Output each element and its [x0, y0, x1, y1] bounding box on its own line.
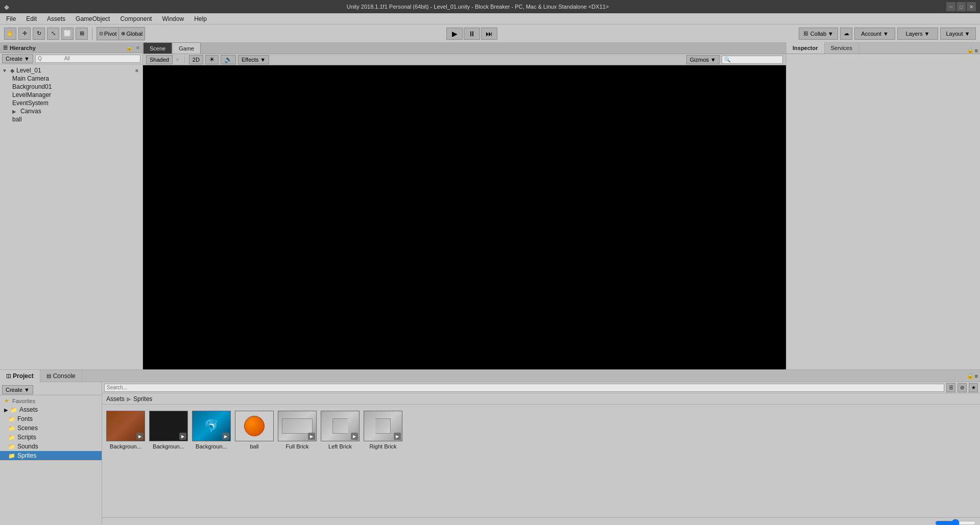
sidebar-item-favorites[interactable]: ★ Favorites	[0, 396, 102, 405]
menu-bar: File Edit Assets GameObject Component Wi…	[0, 13, 980, 24]
title-bar: ◆ Unity 2018.1.1f1 Personal (64bit) - Le…	[0, 0, 980, 13]
tab-console[interactable]: ▤ Console	[40, 370, 82, 382]
sprites-folder-icon: 📁	[8, 453, 15, 459]
sidebar-item-sounds[interactable]: 📁 Sounds	[0, 442, 102, 451]
play-button[interactable]: ▶	[446, 28, 463, 40]
project-sidebar: Create ▼ ★ Favorites ▶ 📁 Assets 📁 Fonts …	[0, 382, 102, 525]
menu-gameobject[interactable]: GameObject	[71, 14, 114, 23]
sidebar-item-sprites[interactable]: 📁 Sprites	[0, 451, 102, 460]
asset-item-ball[interactable]: ball	[235, 409, 274, 452]
inspector-content	[786, 54, 980, 369]
hierarchy-item-main-camera[interactable]: Main Camera	[0, 74, 142, 83]
minimize-button[interactable]: ─	[946, 2, 955, 11]
hierarchy-options-icon[interactable]: ≡	[135, 68, 138, 73]
scale-tool-button[interactable]: ⤡	[47, 28, 59, 40]
menu-component[interactable]: Component	[116, 14, 156, 23]
asset-size-slider[interactable]	[935, 520, 976, 526]
rect-icon: ⬜	[64, 30, 71, 37]
account-button[interactable]: Account ▼	[854, 28, 895, 40]
project-main: ☰ ⊘ ★ Assets ▶ Sprites ▶	[102, 382, 980, 525]
asset-item-background-wood[interactable]: ▶ Backgroun...	[106, 409, 145, 452]
hierarchy-search-input[interactable]	[35, 55, 140, 63]
hierarchy-item-level01[interactable]: ▼ ◆ Level_01 ≡	[0, 66, 142, 74]
hierarchy-item-background01[interactable]: Background01	[0, 83, 142, 91]
scene-2d-button[interactable]: 2D	[189, 55, 203, 64]
asset-item-left-brick[interactable]: ▶ Left Brick	[321, 409, 360, 452]
hierarchy-title: Hierarchy	[10, 45, 124, 51]
asset-play-icon-0: ▶	[136, 433, 144, 440]
hand-tool-button[interactable]: ✋	[4, 28, 16, 40]
tab-project[interactable]: ◫ Project	[0, 370, 40, 382]
scene-effects-button[interactable]: Effects ▼	[238, 55, 269, 64]
menu-window[interactable]: Window	[158, 14, 188, 23]
asset-play-icon-4: ▶	[308, 433, 315, 440]
tab-scene[interactable]: Scene	[143, 42, 172, 54]
asset-item-full-brick[interactable]: ▶ Full Brick	[278, 409, 317, 452]
asset-item-background-dark[interactable]: ▶ Backgroun...	[149, 409, 188, 452]
rect-tool-button[interactable]: ⬜	[61, 28, 74, 40]
project-search-options-button[interactable]: ☰	[946, 383, 955, 392]
breadcrumb-root[interactable]: Assets	[106, 395, 125, 403]
asset-label-1: Backgroun...	[153, 443, 184, 449]
scenes-folder-icon: 📁	[8, 425, 15, 432]
sidebar-item-fonts[interactable]: 📁 Fonts	[0, 414, 102, 423]
sidebar-item-scripts[interactable]: 📁 Scripts	[0, 433, 102, 442]
menu-help[interactable]: Help	[190, 14, 211, 23]
scene-shading-button[interactable]: Shaded	[146, 55, 173, 64]
sidebar-item-assets[interactable]: ▶ 📁 Assets	[0, 405, 102, 414]
step-button[interactable]: ⏭	[481, 28, 497, 40]
layers-button[interactable]: Layers ▼	[897, 28, 938, 40]
collab-button[interactable]: ⛓ Collab ▼	[799, 28, 838, 40]
asset-item-right-brick[interactable]: ▶ Right Brick	[364, 409, 402, 452]
scene-search-input[interactable]	[722, 56, 783, 64]
scene-audio-button[interactable]: 🔊	[221, 55, 236, 64]
asset-play-icon-6: ▶	[394, 433, 401, 440]
scene-lighting-button[interactable]: ☀	[205, 55, 219, 64]
hierarchy-collapse-icon[interactable]: ≡	[136, 45, 139, 51]
hierarchy-item-canvas[interactable]: ▶ Canvas	[0, 107, 142, 115]
pause-button[interactable]: ⏸	[464, 28, 480, 40]
filter-icon: ⊘	[960, 385, 964, 390]
pivot-button[interactable]: ⊙ Pivot	[97, 28, 119, 40]
hierarchy-item-levelmanager[interactable]: LevelManager	[0, 91, 142, 99]
hierarchy-create-button[interactable]: Create ▼	[2, 54, 33, 63]
inspector-lock-button[interactable]: 🔒	[967, 47, 974, 54]
sounds-folder-icon: 📁	[8, 443, 15, 450]
scene-gizmos-button[interactable]: Gizmos ▼	[686, 55, 720, 64]
project-favorite-button[interactable]: ★	[969, 383, 978, 392]
asset-play-icon-5: ▶	[351, 433, 358, 440]
breadcrumb-current[interactable]: Sprites	[133, 395, 152, 403]
menu-assets[interactable]: Assets	[43, 14, 69, 23]
menu-file[interactable]: File	[2, 14, 20, 23]
tab-game[interactable]: Game	[172, 42, 201, 54]
layout-button[interactable]: Layout ▼	[940, 28, 976, 40]
tab-inspector[interactable]: Inspector	[786, 42, 825, 54]
asset-thumbnail-ball	[235, 411, 274, 441]
inspector-menu-icon[interactable]: ≡	[975, 47, 978, 54]
project-tab-icon: ◫	[6, 373, 11, 379]
global-button[interactable]: ⊕ Global	[119, 28, 145, 40]
sidebar-item-scenes[interactable]: 📁 Scenes	[0, 423, 102, 433]
assets-folder-icon: 📁	[10, 407, 17, 413]
project-create-button[interactable]: Create ▼	[2, 385, 33, 394]
asset-label-2: Backgroun...	[196, 443, 227, 449]
tab-services[interactable]: Services	[825, 42, 859, 54]
rotate-tool-button[interactable]: ↻	[33, 28, 45, 40]
transform-tool-button[interactable]: ⊞	[76, 28, 88, 40]
project-filter-button[interactable]: ⊘	[958, 383, 967, 392]
close-button[interactable]: ✕	[967, 2, 976, 11]
move-tool-button[interactable]: ✛	[18, 28, 31, 40]
asset-item-background-ocean[interactable]: 🐬 ▶ Backgroun...	[192, 409, 231, 452]
hierarchy-item-ball[interactable]: ball	[0, 115, 142, 123]
project-search-input[interactable]	[104, 384, 944, 392]
toolbar-sep-1	[92, 28, 92, 40]
menu-edit[interactable]: Edit	[22, 14, 41, 23]
scene-view[interactable]	[143, 65, 786, 369]
bottom-panel-lock-icon[interactable]: 🔒	[967, 372, 974, 379]
asset-label-6: Right Brick	[369, 443, 396, 449]
bottom-panel-menu-icon[interactable]: ≡	[975, 373, 978, 379]
hierarchy-item-eventsystem[interactable]: EventSystem	[0, 99, 142, 107]
inspector-tabs: Inspector Services 🔒 ≡	[786, 43, 980, 54]
maximize-button[interactable]: □	[957, 2, 966, 11]
cloud-button[interactable]: ☁	[840, 28, 852, 40]
